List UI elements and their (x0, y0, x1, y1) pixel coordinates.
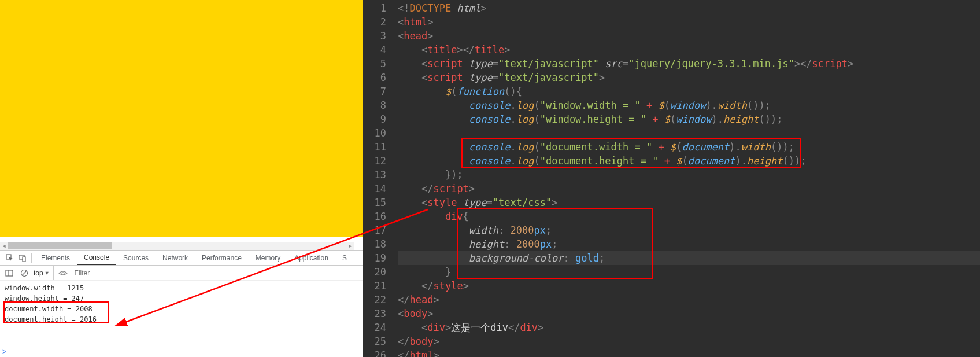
code-line[interactable]: console.log("document.width = " + $(docu… (398, 140, 980, 154)
code-line[interactable]: <html> (398, 15, 980, 29)
code-line[interactable]: $(function(){ (398, 84, 980, 98)
line-number: 8 (363, 98, 386, 112)
code-editor[interactable]: 1234567891011121314151617181920212223242… (363, 0, 980, 357)
line-number: 21 (363, 279, 386, 293)
scroll-right-icon[interactable]: ▶ (346, 242, 354, 250)
line-number: 20 (363, 265, 386, 279)
sidebar-toggle-icon[interactable] (3, 267, 15, 279)
line-number: 16 (363, 209, 386, 223)
console-prompt[interactable]: > (0, 347, 363, 357)
line-number: 19 (363, 251, 386, 265)
scroll-left-icon[interactable]: ◀ (0, 242, 8, 250)
line-number: 14 (363, 182, 386, 196)
svg-point-7 (62, 272, 64, 274)
context-selector[interactable]: top (34, 269, 43, 277)
line-number: 11 (363, 140, 386, 154)
line-number: 25 (363, 334, 386, 348)
line-number: 4 (363, 43, 386, 57)
code-line[interactable]: </body> (398, 334, 980, 348)
devtools-tab-network[interactable]: Network (156, 251, 195, 265)
code-line[interactable]: }); (398, 168, 980, 182)
code-line[interactable]: </head> (398, 293, 980, 307)
code-area[interactable]: <!DOCTYPE html><html><head> <title></tit… (394, 0, 980, 357)
line-number: 6 (363, 71, 386, 84)
line-gutter: 1234567891011121314151617181920212223242… (363, 0, 394, 357)
chevron-down-icon: ▼ (45, 270, 50, 276)
line-number: 13 (363, 168, 386, 182)
horizontal-scrollbar[interactable]: ◀ ▶ (0, 242, 354, 250)
line-number: 5 (363, 57, 386, 71)
page-preview: ◀ ▶ (0, 0, 363, 250)
devtools: ElementsConsoleSourcesNetworkPerformance… (0, 250, 363, 357)
code-line[interactable]: </html> (398, 348, 980, 357)
filter-input[interactable] (72, 268, 359, 278)
devtools-tab-sources[interactable]: Sources (116, 251, 156, 265)
line-number: 10 (363, 126, 386, 140)
divider (31, 253, 32, 263)
code-line[interactable]: </style> (398, 279, 980, 293)
code-line[interactable]: div{ (398, 209, 980, 223)
line-number: 24 (363, 321, 386, 334)
console-line: window.width = 1215 (5, 283, 358, 293)
line-number: 22 (363, 293, 386, 307)
code-line[interactable]: width: 2000px; (398, 223, 980, 237)
line-number: 12 (363, 154, 386, 168)
devtools-tab-performance[interactable]: Performance (195, 251, 249, 265)
browser-panel: ◀ ▶ ElementsConsoleSourcesNetworkPerform… (0, 0, 363, 357)
devtools-tab-s[interactable]: S (335, 251, 354, 265)
code-line[interactable]: <div>这是一个div</div> (398, 321, 980, 334)
line-number: 17 (363, 223, 386, 237)
clear-console-icon[interactable] (19, 267, 30, 279)
code-line[interactable]: console.log("document.height = " + $(doc… (398, 154, 980, 168)
line-number: 23 (363, 307, 386, 321)
line-number: 9 (363, 112, 386, 126)
code-line[interactable]: </script> (398, 182, 980, 196)
console-line: document.height = 2016 (5, 314, 358, 325)
code-line[interactable]: <!DOCTYPE html> (398, 1, 980, 15)
console-line: window.height = 247 (5, 293, 358, 304)
code-line[interactable]: <head> (398, 29, 980, 43)
svg-line-6 (22, 271, 27, 275)
code-line[interactable]: background-color: gold; (398, 251, 980, 265)
devtools-tab-memory[interactable]: Memory (249, 251, 287, 265)
code-line[interactable]: } (398, 265, 980, 279)
line-number: 2 (363, 15, 386, 29)
device-toggle-icon[interactable] (16, 252, 29, 264)
console-line: document.width = 2008 (5, 304, 358, 314)
line-number: 18 (363, 237, 386, 251)
devtools-tab-console[interactable]: Console (77, 251, 116, 265)
devtools-tabbar: ElementsConsoleSourcesNetworkPerformance… (0, 251, 363, 266)
code-line[interactable]: <script type="text/javascript"> (398, 71, 980, 84)
devtools-tab-application[interactable]: Application (287, 251, 335, 265)
code-line[interactable]: console.log("window.width = " + $(window… (398, 98, 980, 112)
svg-rect-2 (23, 257, 25, 262)
code-line[interactable]: <script type="text/javascript" src="jque… (398, 57, 980, 71)
code-line[interactable]: <title></title> (398, 43, 980, 57)
eye-icon[interactable] (57, 267, 69, 279)
inspect-icon[interactable] (3, 252, 16, 264)
svg-rect-3 (6, 270, 13, 276)
code-line[interactable]: console.log("window.height = " + $(windo… (398, 112, 980, 126)
line-number: 3 (363, 29, 386, 43)
code-line[interactable]: <body> (398, 307, 980, 321)
line-number: 7 (363, 84, 386, 98)
code-line[interactable] (398, 126, 980, 140)
console-output[interactable]: window.width = 1215window.height = 247do… (0, 281, 363, 347)
devtools-tab-elements[interactable]: Elements (34, 251, 77, 265)
line-number: 1 (363, 1, 386, 15)
console-toolbar: top ▼ (0, 266, 363, 281)
gold-div (0, 0, 363, 237)
line-number: 26 (363, 348, 386, 357)
code-line[interactable]: <style type="text/css"> (398, 196, 980, 209)
scroll-thumb[interactable] (8, 242, 112, 249)
code-line[interactable]: height: 2000px; (398, 237, 980, 251)
line-number: 15 (363, 196, 386, 209)
